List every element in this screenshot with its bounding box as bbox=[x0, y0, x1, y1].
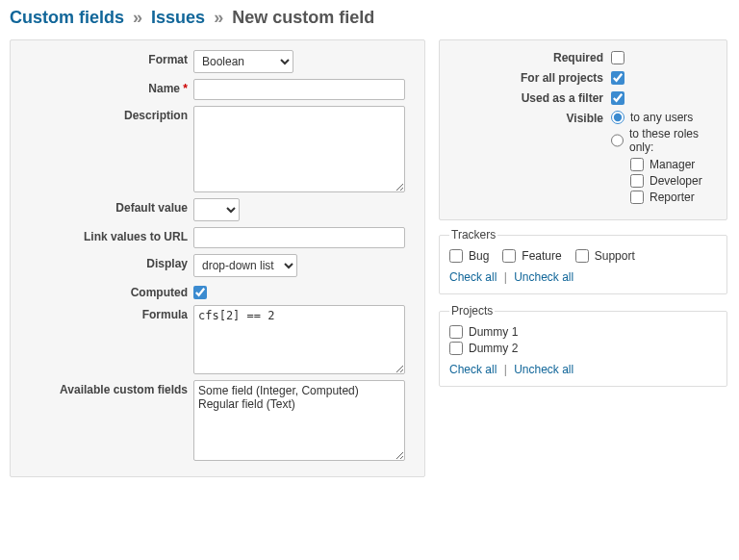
display-label: Display bbox=[18, 254, 188, 270]
breadcrumb-current: New custom field bbox=[232, 8, 374, 27]
required-checkbox[interactable] bbox=[611, 51, 624, 64]
projects-fieldset: Projects Dummy 1 Dummy 2 Check all | Unc… bbox=[439, 304, 727, 387]
tracker-bug-checkbox[interactable] bbox=[449, 249, 463, 263]
visible-any-text: to any users bbox=[630, 111, 693, 124]
tracker-label: Feature bbox=[522, 249, 561, 263]
project-checkbox[interactable] bbox=[449, 325, 463, 339]
formula-field[interactable]: cfs[2] == 2 bbox=[193, 305, 405, 374]
project-label: Dummy 1 bbox=[469, 325, 518, 339]
display-select[interactable]: drop-down list bbox=[193, 254, 297, 277]
format-label: Format bbox=[18, 50, 188, 66]
page-title: Custom fields » Issues » New custom fiel… bbox=[10, 8, 729, 28]
tracker-label: Support bbox=[595, 249, 635, 263]
format-select[interactable]: Boolean bbox=[193, 50, 293, 73]
available-fields-label: Available custom fields bbox=[18, 380, 188, 396]
visible-any-radio[interactable] bbox=[611, 111, 624, 124]
trackers-fieldset: Trackers Bug Feature Support Check all | bbox=[439, 228, 727, 294]
all-projects-label: For all projects bbox=[447, 70, 603, 85]
computed-checkbox[interactable] bbox=[193, 286, 207, 299]
role-manager-checkbox[interactable] bbox=[630, 158, 644, 171]
project-label: Dummy 2 bbox=[469, 342, 518, 355]
projects-legend: Projects bbox=[449, 304, 495, 318]
projects-check-all-link[interactable]: Check all bbox=[449, 363, 497, 376]
visible-roles-radio[interactable] bbox=[611, 134, 624, 147]
used-as-filter-checkbox[interactable] bbox=[611, 91, 624, 105]
role-label: Developer bbox=[650, 174, 702, 188]
breadcrumb-sep: » bbox=[129, 8, 146, 27]
role-label: Manager bbox=[650, 158, 695, 171]
required-marker: * bbox=[183, 82, 188, 95]
role-label: Reporter bbox=[650, 191, 695, 204]
used-as-filter-label: Used as a filter bbox=[447, 90, 603, 105]
default-value-select[interactable] bbox=[193, 198, 240, 221]
available-fields-field[interactable]: Some field (Integer, Computed) Regular f… bbox=[193, 380, 405, 461]
visible-label: Visible bbox=[447, 111, 603, 125]
required-label: Required bbox=[447, 50, 603, 64]
description-label: Description bbox=[18, 106, 188, 122]
default-value-label: Default value bbox=[18, 198, 188, 215]
projects-uncheck-all-link[interactable]: Uncheck all bbox=[514, 363, 573, 376]
computed-label: Computed bbox=[18, 283, 188, 299]
name-label: Name * bbox=[18, 79, 188, 95]
tracker-support-checkbox[interactable] bbox=[575, 249, 589, 263]
tracker-label: Bug bbox=[469, 249, 489, 263]
role-developer-checkbox[interactable] bbox=[630, 174, 644, 188]
left-panel: Format Boolean Name * Description Defaul… bbox=[10, 39, 425, 477]
breadcrumb-mid[interactable]: Issues bbox=[151, 8, 205, 27]
formula-label: Formula bbox=[18, 305, 188, 321]
breadcrumb-sep: » bbox=[210, 8, 227, 27]
tracker-feature-checkbox[interactable] bbox=[502, 249, 516, 263]
description-field[interactable] bbox=[193, 106, 405, 192]
link-values-field[interactable] bbox=[193, 227, 405, 248]
breadcrumb-root[interactable]: Custom fields bbox=[10, 8, 124, 27]
all-projects-checkbox[interactable] bbox=[611, 71, 624, 85]
role-reporter-checkbox[interactable] bbox=[630, 191, 644, 204]
project-checkbox[interactable] bbox=[449, 342, 463, 355]
trackers-legend: Trackers bbox=[449, 228, 497, 242]
visible-roles-text: to these roles only: bbox=[629, 127, 719, 154]
trackers-uncheck-all-link[interactable]: Uncheck all bbox=[514, 270, 573, 284]
name-field[interactable] bbox=[193, 79, 405, 100]
trackers-check-all-link[interactable]: Check all bbox=[449, 270, 497, 284]
right-panel: Required For all projects Used as a filt… bbox=[439, 39, 727, 220]
link-values-label: Link values to URL bbox=[18, 227, 188, 243]
